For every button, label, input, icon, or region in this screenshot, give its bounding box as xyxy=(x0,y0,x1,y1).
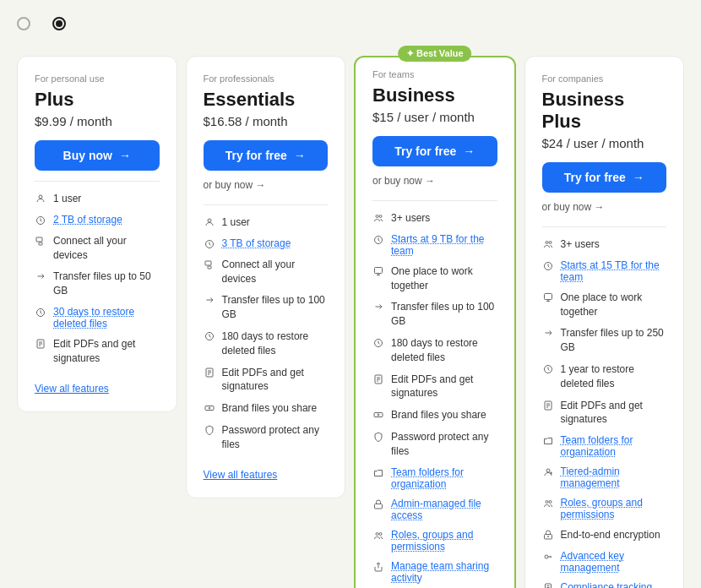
yearly-radio[interactable] xyxy=(52,17,66,30)
feature-text-business-plus-6: Team folders for organization xyxy=(561,434,667,458)
monthly-radio[interactable] xyxy=(17,17,30,30)
feature-text-business-plus-5: Edit PDFs and get signatures xyxy=(561,399,667,427)
view-all-features-essentials[interactable]: View all features xyxy=(204,469,329,481)
folder-icon xyxy=(542,435,554,447)
feature-item-business-plus-3: Transfer files up to 250 GB xyxy=(542,326,667,355)
plan-subtitle-plus: For personal use xyxy=(35,74,160,84)
feature-item-business-10: Roles, groups and permissions xyxy=(372,529,497,553)
cta-button-plus[interactable]: Buy now xyxy=(35,140,160,171)
plan-card-plus: For personal usePlus$9.99 / monthBuy now… xyxy=(17,56,177,412)
pdf-icon xyxy=(542,400,554,411)
transfer-icon xyxy=(204,294,215,306)
transfer-icon xyxy=(372,301,384,313)
feature-text-business-4: 180 days to restore deleted files xyxy=(391,336,497,365)
feature-item-essentials-5: Edit PDFs and get signatures xyxy=(204,366,329,395)
feature-text-plus-0: 1 user xyxy=(53,192,81,206)
svg-point-36 xyxy=(549,242,552,244)
restore-icon xyxy=(35,307,46,318)
devices-icon xyxy=(204,259,215,270)
feature-text-business-2: One place to work together xyxy=(391,264,497,293)
feature-text-business-plus-2: One place to work together xyxy=(561,291,667,319)
divider-business-plus xyxy=(542,226,667,227)
user-icon xyxy=(204,216,215,228)
feature-text-essentials-1: 3 TB of storage xyxy=(222,237,291,249)
feature-text-business-8: Team folders for organization xyxy=(391,466,497,490)
feature-text-business-plus-1: Starts at 15 TB for the team xyxy=(561,259,667,283)
svg-point-18 xyxy=(209,407,210,409)
feature-item-business-3: Transfer files up to 100 GB xyxy=(372,300,497,329)
pdf-icon xyxy=(372,373,384,385)
feature-item-business-6: Brand files you share xyxy=(372,408,497,422)
brand-icon xyxy=(372,409,384,421)
clock-icon xyxy=(542,260,554,272)
feature-item-business-plus-10: Advanced key management xyxy=(542,550,667,574)
feature-text-business-5: Edit PDFs and get signatures xyxy=(391,373,497,401)
plan-card-business-plus: For companiesBusiness Plus$24 / user / m… xyxy=(524,56,685,588)
svg-point-19 xyxy=(376,215,378,218)
users-icon xyxy=(372,212,384,224)
roles-icon xyxy=(372,530,384,542)
feature-text-business-3: Transfer files up to 100 GB xyxy=(391,300,497,329)
shield-icon xyxy=(204,424,215,436)
svg-point-53 xyxy=(545,555,548,558)
feature-item-business-plus-2: One place to work together xyxy=(542,291,667,319)
buy-now-link-business-plus[interactable]: or buy now → xyxy=(542,201,605,213)
buy-now-link-business[interactable]: or buy now → xyxy=(372,175,435,187)
clock-icon xyxy=(372,234,384,246)
brand-icon xyxy=(204,402,215,414)
feature-item-business-9: Admin-managed file access xyxy=(372,498,497,521)
roles-icon xyxy=(542,498,554,509)
billing-yearly-option[interactable] xyxy=(52,17,71,30)
feature-text-business-0: 3+ users xyxy=(391,211,430,226)
pdf-icon xyxy=(35,338,46,350)
feature-item-business-11: Manage team sharing activity xyxy=(372,560,497,584)
svg-rect-22 xyxy=(375,267,383,273)
plan-name-business: Business xyxy=(372,84,497,106)
admin-icon xyxy=(372,498,384,510)
plan-name-plus: Plus xyxy=(35,89,160,111)
feature-text-essentials-5: Edit PDFs and get signatures xyxy=(222,366,329,395)
cta-button-essentials[interactable]: Try for free xyxy=(204,140,329,171)
feature-item-business-0: 3+ users xyxy=(372,211,497,226)
cta-button-business[interactable]: Try for free xyxy=(372,136,497,166)
transfer-icon xyxy=(35,270,46,282)
feature-text-business-6: Brand files you share xyxy=(391,408,486,422)
feature-text-business-10: Roles, groups and permissions xyxy=(391,529,497,553)
feature-text-plus-2: Connect all your devices xyxy=(53,234,160,263)
svg-point-30 xyxy=(378,414,379,416)
feature-item-business-plus-11: Compliance tracking xyxy=(542,581,667,588)
svg-rect-31 xyxy=(375,504,383,509)
users-icon xyxy=(542,238,554,250)
cta-button-business-plus[interactable]: Try for free xyxy=(542,162,667,193)
svg-point-9 xyxy=(208,219,211,222)
feature-item-essentials-3: Transfer files up to 100 GB xyxy=(204,293,329,322)
feature-item-business-4: 180 days to restore deleted files xyxy=(372,336,497,365)
svg-rect-12 xyxy=(208,266,211,269)
or-buy-now-essentials: or buy now → xyxy=(204,179,329,191)
feature-list-business-plus: 3+ users Starts at 15 TB for the team On… xyxy=(542,237,667,588)
feature-item-plus-0: 1 user xyxy=(35,192,160,206)
feature-item-essentials-0: 1 user xyxy=(204,215,329,230)
plan-card-business: ✦ Best ValueFor teamsBusiness$15 / user … xyxy=(354,56,516,588)
billing-monthly-option[interactable] xyxy=(17,17,35,30)
svg-point-50 xyxy=(549,501,552,504)
feature-item-business-plus-5: Edit PDFs and get signatures xyxy=(542,399,667,427)
divider-essentials xyxy=(204,204,329,205)
svg-point-35 xyxy=(546,242,548,244)
divider-plus xyxy=(35,181,160,182)
feature-text-plus-1: 2 TB of storage xyxy=(53,214,122,226)
feature-item-essentials-1: 3 TB of storage xyxy=(204,237,329,250)
svg-rect-2 xyxy=(36,237,42,242)
user-icon xyxy=(35,193,46,204)
buy-now-link-essentials[interactable]: or buy now → xyxy=(204,179,266,191)
restore-icon xyxy=(204,330,215,342)
feature-text-business-plus-7: Tiered-admin management xyxy=(561,466,667,489)
svg-point-46 xyxy=(546,469,550,472)
view-all-features-plus[interactable]: View all features xyxy=(35,383,160,395)
feature-text-business-plus-3: Transfer files up to 250 GB xyxy=(561,326,667,355)
plan-price-business: $15 / user / month xyxy=(372,110,497,124)
svg-point-20 xyxy=(379,215,382,218)
svg-point-32 xyxy=(376,532,378,535)
tiered-icon xyxy=(542,466,554,478)
feature-text-business-9: Admin-managed file access xyxy=(391,498,497,521)
